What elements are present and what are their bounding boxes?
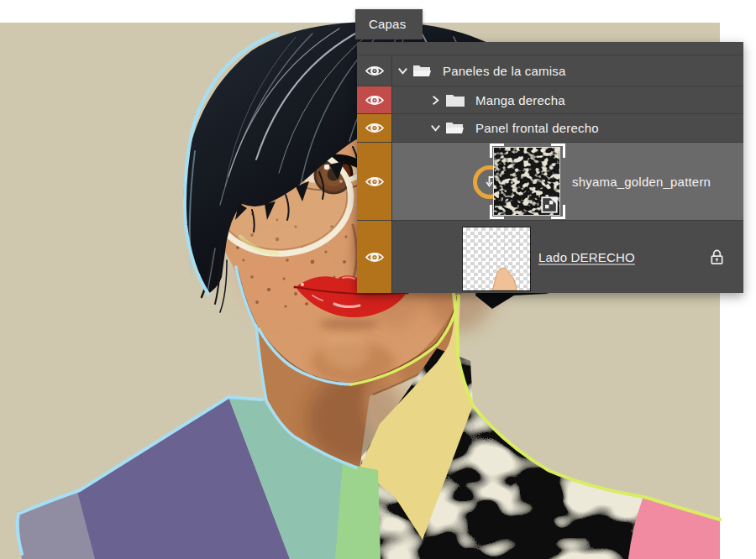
folder-open-icon — [445, 121, 465, 135]
shirt-green-placket — [335, 463, 381, 559]
layer-name[interactable]: Manga derecha — [475, 93, 565, 107]
layer-name[interactable]: shyama_golden_pattern — [572, 175, 711, 189]
chevron-down-icon[interactable] — [396, 65, 409, 77]
layer-name[interactable]: Panel frontal derecho — [475, 121, 599, 135]
layer-row-lado-derecho[interactable]: Lado DERECHO — [357, 220, 743, 293]
folder-open-icon — [412, 64, 433, 78]
eye-icon — [365, 251, 385, 264]
layer-name[interactable]: Paneles de la camisa — [443, 64, 566, 78]
eye-icon — [365, 94, 385, 107]
visibility-toggle[interactable] — [357, 143, 392, 220]
layer-name[interactable]: Lado DERECHO — [538, 250, 635, 264]
visibility-toggle[interactable] — [357, 114, 392, 142]
pattern-badge-icon — [541, 196, 558, 213]
transparent-layer-thumbnail[interactable] — [462, 227, 531, 291]
layers-panel-tab[interactable]: Capas — [355, 9, 423, 39]
chevron-right-icon[interactable] — [429, 94, 442, 107]
eye-icon — [365, 175, 385, 188]
layer-thumbnail-selection-frame — [490, 144, 565, 219]
layer-row-manga-derecha[interactable]: Manga derecha — [357, 86, 743, 113]
visibility-toggle[interactable] — [357, 221, 392, 293]
layer-row-shyama-golden-pattern[interactable]: shyama_golden_pattern — [357, 142, 743, 220]
thumbnail-content — [463, 227, 530, 290]
visibility-toggle[interactable] — [357, 86, 392, 113]
visibility-toggle[interactable] — [357, 55, 392, 86]
pattern-layer-thumbnail[interactable] — [493, 147, 560, 216]
lock-icon — [709, 248, 725, 266]
panel-header-strip — [357, 42, 743, 55]
chevron-down-icon[interactable] — [429, 122, 442, 134]
eye-icon — [365, 122, 385, 134]
eye-icon — [365, 65, 385, 77]
layers-panel: Paneles de la camisa Manga derecha — [357, 42, 743, 293]
folder-closed-icon — [445, 93, 465, 107]
layer-row-paneles-de-la-camisa[interactable]: Paneles de la camisa — [357, 55, 743, 86]
layer-row-panel-frontal-derecho[interactable]: Panel frontal derecho — [357, 113, 743, 142]
